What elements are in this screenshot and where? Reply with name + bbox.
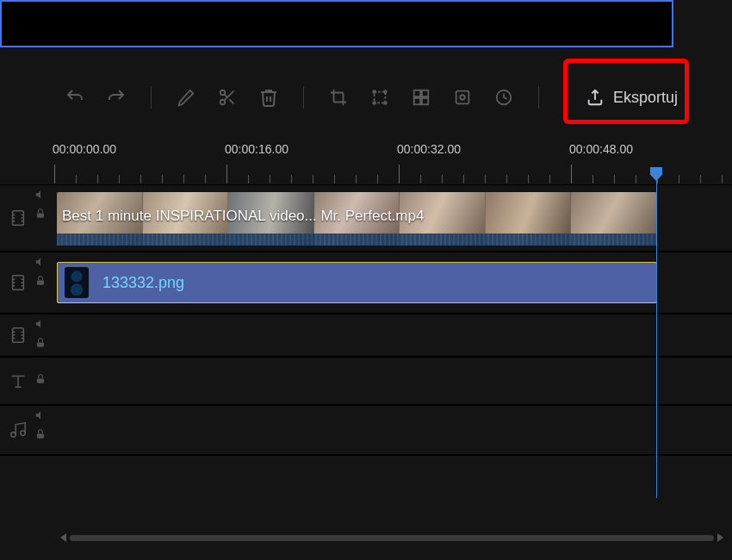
- svg-marker-33: [36, 258, 40, 265]
- overlay-track-2-header[interactable]: [0, 314, 54, 356]
- empty-track: [0, 455, 732, 489]
- svg-line-3: [229, 99, 233, 103]
- image-clip-label: 133332.png: [102, 274, 184, 292]
- grid-icon[interactable]: [411, 87, 431, 108]
- ruler-minor-tick: [97, 175, 98, 184]
- ruler-label: 00:00:00.00: [53, 142, 116, 156]
- svg-marker-24: [36, 190, 40, 198]
- audio-track: [0, 405, 732, 455]
- text-icon: [9, 371, 28, 390]
- overlay-track-header[interactable]: [0, 252, 54, 313]
- playhead-line: [656, 179, 657, 498]
- svg-rect-14: [456, 91, 469, 104]
- preview-panel-edge: [0, 0, 673, 47]
- ruler-major-tick: [54, 165, 55, 184]
- ruler-major-tick: [226, 165, 227, 184]
- toolbar-separator: [303, 86, 304, 109]
- ruler-minor-tick: [162, 175, 163, 184]
- toolbar-separator: [151, 86, 152, 109]
- ruler-minor-tick: [248, 175, 249, 184]
- video-track-header[interactable]: [0, 185, 54, 251]
- scissors-icon[interactable]: [217, 87, 238, 108]
- music-icon: [9, 420, 28, 439]
- lock-icon[interactable]: [34, 337, 47, 349]
- lock-icon[interactable]: [34, 373, 47, 385]
- video-clip-label: Best 1 minute INSPIRATIONAL video... Mr.…: [62, 208, 424, 225]
- export-button[interactable]: Eksportuj: [572, 81, 692, 114]
- svg-rect-44: [37, 378, 44, 383]
- svg-point-15: [460, 95, 465, 100]
- export-button-label: Eksportuj: [613, 89, 678, 107]
- clip-waveform: [57, 233, 657, 246]
- ruler-label: 00:00:48.00: [569, 142, 633, 156]
- svg-rect-34: [37, 280, 44, 284]
- ruler-minor-tick: [270, 175, 270, 184]
- ruler-minor-tick: [205, 175, 206, 184]
- image-clip-thumb: [65, 267, 89, 298]
- svg-rect-5: [375, 92, 386, 103]
- ruler-minor-tick: [420, 175, 421, 184]
- ruler-minor-tick: [119, 175, 120, 184]
- ruler-minor-tick: [291, 175, 292, 184]
- text-track-header[interactable]: [0, 358, 54, 404]
- transform-icon[interactable]: [369, 87, 390, 108]
- ruler-minor-tick: [592, 175, 593, 184]
- ruler-label: 00:00:16.00: [225, 142, 288, 156]
- ruler-minor-tick: [442, 175, 443, 184]
- svg-point-1: [220, 100, 226, 105]
- ruler-minor-tick: [722, 175, 723, 184]
- overlay-track: 133332.png: [0, 252, 732, 314]
- video-track: Best 1 minute INSPIRATIONAL video... Mr.…: [0, 184, 732, 252]
- svg-point-45: [11, 432, 16, 438]
- filmstrip-icon: [9, 208, 28, 227]
- mute-icon[interactable]: [34, 189, 47, 201]
- image-clip[interactable]: 133332.png: [57, 262, 657, 303]
- toolbar-separator: [538, 86, 539, 109]
- ruler-minor-tick: [528, 175, 529, 184]
- video-clip[interactable]: Best 1 minute INSPIRATIONAL video... Mr.…: [57, 192, 657, 246]
- pencil-icon[interactable]: [176, 87, 196, 108]
- scroll-right-arrow[interactable]: [717, 533, 723, 542]
- lock-icon[interactable]: [34, 208, 47, 220]
- ruler-label: 00:00:32.00: [397, 142, 461, 156]
- timeline-ruler[interactable]: 00:00:00.00 00:00:16.00 00:00:32.00 00:0…: [54, 142, 732, 184]
- scroll-track[interactable]: [70, 535, 714, 541]
- trash-icon[interactable]: [258, 87, 279, 108]
- ruler-major-tick: [399, 165, 400, 184]
- ruler-minor-tick: [549, 175, 550, 184]
- svg-rect-25: [37, 213, 44, 217]
- record-icon[interactable]: [452, 87, 473, 108]
- mute-icon[interactable]: [34, 256, 47, 268]
- filmstrip-icon: [9, 326, 28, 345]
- svg-marker-42: [36, 320, 40, 327]
- horizontal-scrollbar[interactable]: [60, 532, 723, 543]
- lock-icon[interactable]: [34, 428, 47, 440]
- lock-icon[interactable]: [34, 275, 47, 287]
- mute-icon[interactable]: [34, 409, 47, 421]
- svg-rect-43: [37, 342, 44, 346]
- ruler-minor-tick: [377, 175, 378, 184]
- clock-icon[interactable]: [493, 87, 514, 108]
- svg-rect-10: [414, 90, 420, 96]
- redo-icon[interactable]: [106, 87, 127, 108]
- ruler-minor-tick: [140, 175, 141, 184]
- ruler-minor-tick: [334, 175, 335, 184]
- filmstrip-icon: [9, 273, 28, 292]
- timeline-tracks: Best 1 minute INSPIRATIONAL video... Mr.…: [0, 184, 732, 489]
- crop-icon[interactable]: [328, 87, 349, 108]
- ruler-minor-tick: [313, 175, 313, 184]
- mute-icon[interactable]: [34, 318, 47, 330]
- ruler-minor-tick: [614, 175, 615, 184]
- ruler-minor-tick: [485, 175, 486, 184]
- undo-icon[interactable]: [65, 87, 85, 108]
- svg-point-46: [21, 431, 26, 436]
- ruler-minor-tick: [76, 175, 77, 184]
- overlay-track-2: [0, 314, 732, 357]
- audio-track-header[interactable]: [0, 406, 54, 454]
- scroll-left-arrow[interactable]: [60, 533, 66, 542]
- ruler-minor-tick: [356, 175, 357, 184]
- text-track: [0, 357, 732, 405]
- ruler-major-tick: [571, 165, 572, 184]
- ruler-minor-tick: [183, 175, 184, 184]
- svg-marker-47: [36, 411, 40, 419]
